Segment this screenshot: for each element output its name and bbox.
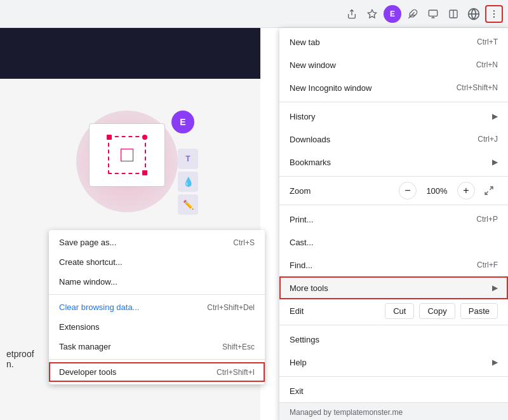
new-incognito-label: New Incognito window (290, 83, 371, 93)
elementor-badge: E (171, 111, 194, 133)
help-label: Help (290, 358, 307, 367)
new-tab-shortcut: Ctrl+T (477, 37, 498, 46)
downloads-label: Downloads (290, 135, 330, 144)
managed-text: Managed by templatemonster.me (290, 408, 403, 417)
task-manager-item[interactable]: Task manager Shift+Esc (49, 337, 265, 356)
developer-tools-shortcut: Ctrl+Shift+I (217, 368, 255, 377)
task-manager-shortcut: Shift+Esc (222, 342, 255, 351)
more-tools-label: More tools (290, 283, 328, 293)
edit-row: Edit Cut Copy Paste (279, 299, 508, 322)
split-icon[interactable] (444, 5, 462, 23)
menu-divider-1 (279, 102, 508, 102)
chrome-toolbar: E (0, 0, 508, 28)
find-shortcut: Ctrl+F (477, 261, 498, 269)
name-window-label: Name window... (59, 277, 117, 287)
text-tool-icon: T (178, 149, 198, 169)
cut-button[interactable]: Cut (385, 303, 414, 319)
paste-button[interactable]: Paste (460, 303, 498, 319)
bookmarks-item[interactable]: Bookmarks ▶ (279, 151, 508, 173)
clear-data-label: Clear browsing data... (59, 302, 139, 312)
star-icon[interactable] (363, 5, 381, 23)
zoom-controls: − 100% + (399, 182, 498, 200)
history-label: History (290, 112, 315, 121)
svg-point-10 (493, 16, 495, 17)
more-tools-item[interactable]: More tools ▶ (279, 276, 508, 299)
new-incognito-item[interactable]: New Incognito window Ctrl+Shift+N (279, 76, 508, 99)
cast-item[interactable]: Cast... (279, 231, 508, 254)
clear-data-item[interactable]: Clear browsing data... Ctrl+Shift+Del (49, 297, 265, 317)
bookmarks-label: Bookmarks (290, 158, 331, 167)
zoom-label: Zoom (290, 186, 399, 196)
create-shortcut-label: Create shortcut... (59, 257, 123, 267)
zoom-row: Zoom − 100% + (279, 179, 508, 202)
submenu-divider-2 (49, 359, 265, 360)
share-icon[interactable] (343, 5, 361, 23)
new-window-item[interactable]: New window Ctrl+N (279, 53, 508, 76)
downloads-shortcut: Ctrl+J (478, 135, 498, 144)
save-page-shortcut: Ctrl+S (233, 238, 255, 247)
new-tab-item[interactable]: New tab Ctrl+T (279, 30, 508, 53)
edit-label: Edit (290, 306, 380, 316)
elementor-icon[interactable]: E (384, 5, 401, 23)
widget-inner (108, 136, 146, 174)
developer-tools-label: Developer tools (59, 367, 116, 377)
zoom-plus-button[interactable]: + (457, 182, 475, 200)
widget-box (89, 123, 165, 187)
task-manager-label: Task manager (59, 342, 111, 351)
svg-line-11 (490, 187, 493, 190)
side-tools: T 💧 ✏️ (178, 149, 198, 215)
svg-point-9 (493, 13, 495, 15)
help-arrow: ▶ (492, 358, 498, 367)
media-icon[interactable] (424, 5, 442, 23)
cast-label: Cast... (290, 238, 314, 247)
history-item[interactable]: History ▶ (279, 105, 508, 128)
menu-divider-4 (279, 325, 508, 325)
puzzle-icon[interactable] (404, 5, 422, 23)
menu-divider-5 (279, 376, 508, 377)
zoom-fullscreen-button[interactable] (480, 182, 498, 200)
help-item[interactable]: Help ▶ (279, 351, 508, 374)
settings-item[interactable]: Settings (279, 328, 508, 351)
menu-divider-3 (279, 205, 508, 205)
menu-divider-2 (279, 176, 508, 177)
name-window-item[interactable]: Name window... (49, 272, 265, 292)
copy-button[interactable]: Copy (419, 303, 455, 319)
print-shortcut: Ctrl+P (476, 215, 498, 224)
svg-point-8 (493, 10, 495, 11)
exit-item[interactable]: Exit (279, 379, 508, 402)
more-menu-button[interactable] (485, 5, 503, 23)
print-item[interactable]: Print... Ctrl+P (279, 208, 508, 231)
create-shortcut-item[interactable]: Create shortcut... (49, 252, 265, 272)
globe-icon[interactable] (465, 5, 483, 23)
find-item[interactable]: Find... Ctrl+F (279, 254, 508, 276)
submenu-divider-1 (49, 294, 265, 295)
dark-banner (0, 28, 260, 79)
pen-tool-icon: ✏️ (178, 194, 198, 215)
new-incognito-shortcut: Ctrl+Shift+N (457, 83, 498, 92)
extensions-label: Extensions (59, 322, 100, 332)
zoom-value: 100% (422, 186, 452, 196)
developer-tools-item[interactable]: Developer tools Ctrl+Shift+I (49, 362, 265, 382)
save-page-label: Save page as... (59, 238, 116, 247)
svg-marker-0 (368, 10, 376, 18)
zoom-minus-button[interactable]: − (399, 182, 417, 200)
print-label: Print... (290, 215, 314, 224)
svg-rect-1 (429, 10, 437, 16)
svg-line-12 (485, 191, 488, 194)
save-page-item[interactable]: Save page as... Ctrl+S (49, 233, 265, 252)
history-arrow: ▶ (492, 112, 498, 121)
managed-bar: Managed by templatemonster.me (279, 402, 508, 420)
more-tools-submenu: Save page as... Ctrl+S Create shortcut..… (49, 230, 265, 384)
exit-label: Exit (290, 386, 304, 396)
downloads-item[interactable]: Downloads Ctrl+J (279, 128, 508, 151)
more-tools-arrow: ▶ (492, 283, 498, 292)
new-tab-label: New tab (290, 37, 320, 47)
clear-data-shortcut: Ctrl+Shift+Del (207, 303, 255, 312)
settings-label: Settings (290, 335, 319, 344)
drop-tool-icon: 💧 (178, 172, 198, 192)
extensions-item[interactable]: Extensions (49, 317, 265, 337)
find-label: Find... (290, 261, 312, 270)
new-window-label: New window (290, 60, 336, 70)
new-window-shortcut: Ctrl+N (476, 60, 498, 69)
chrome-menu: New tab Ctrl+T New window Ctrl+N New Inc… (279, 28, 508, 420)
